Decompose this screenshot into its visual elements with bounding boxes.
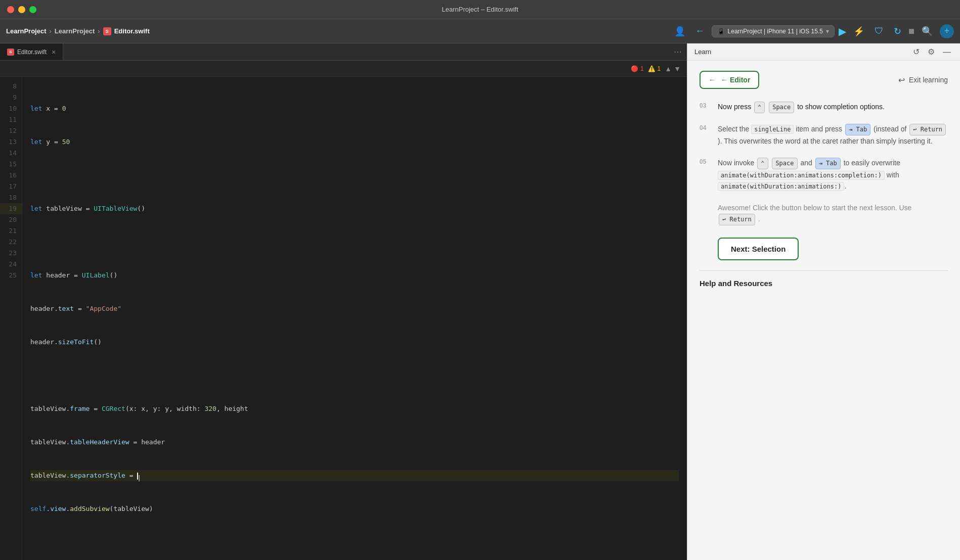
code-line-8: let x = 0 [30,103,679,114]
right-panel: Learn ↺ ⚙ — ← ← Editor ↩ Exit learning 0… [687,43,960,560]
toolbar: LearnProject › LearnProject › S Editor.s… [0,19,960,43]
step-num-05: 05 [700,157,710,165]
editor-pane: S Editor.swift × ⋯ 🔴 1 ⚠️ 1 ▲ ▼ 8 [0,43,687,560]
exit-icon: ↩ [898,75,905,85]
line-num-21: 21 [0,225,22,237]
step-04: 04 Select the singleLine item and press … [700,123,948,147]
close-button[interactable] [7,6,14,13]
awesome-main-text: Awesome! Click the button below to start… [718,204,911,212]
code-scroll[interactable]: 8 9 10 11 12 13 14 15 16 17 18 19 20 21 … [0,77,687,560]
scheme-selector[interactable]: 📱 LearnProject | iPhone 11 | iOS 15.5 ▾ [712,25,835,37]
step-text-03: Now press ⌃ Space to show completion opt… [718,101,948,113]
line-num-13: 13 [0,136,22,148]
fullscreen-button[interactable] [29,6,36,13]
code-header: 🔴 1 ⚠️ 1 ▲ ▼ [0,61,687,77]
main-area: S Editor.swift × ⋯ 🔴 1 ⚠️ 1 ▲ ▼ 8 [0,43,960,560]
line-num-8: 8 [0,81,22,92]
line-num-10: 10 [0,103,22,114]
tab-label: Editor.swift [17,49,47,56]
debug-button[interactable]: 🛡 [871,24,887,38]
awesome-suffix: . [758,215,760,223]
nav-down-icon[interactable]: ▼ [674,65,681,73]
exit-label: Exit learning [909,76,948,84]
space-key-badge: Space [769,102,794,113]
minimize-button[interactable] [18,6,25,13]
line-num-17: 17 [0,181,22,192]
line-num-9: 9 [0,92,22,103]
breadcrumb-subfolder[interactable]: LearnProject [55,27,95,35]
breadcrumb-project[interactable]: LearnProject [6,27,46,35]
learn-content: ← ← Editor ↩ Exit learning 03 Now press … [687,61,960,560]
tab-file-icon: S [7,49,14,56]
breadcrumb-file[interactable]: Editor.swift [114,27,150,35]
breadcrumb: LearnProject › LearnProject › S Editor.s… [6,27,150,35]
animate-long-code: animate(withDuration:animations:completi… [718,171,885,180]
account-button[interactable]: 👤 [671,24,688,39]
search-button[interactable]: 🔍 [919,24,936,39]
ctrl2-key-badge: ⌃ [757,158,768,169]
editor-tab[interactable]: S Editor.swift × [0,43,63,60]
scheme-label: LearnProject | iPhone 11 | iOS 15.5 [728,28,823,35]
line-num-11: 11 [0,114,22,125]
arrow-left-icon: ← [709,76,716,84]
step-03-text: Now press [718,103,751,111]
help-title: Help and Resources [700,279,948,288]
return-key-badge: ↩ Return [909,124,946,135]
step-text-05: Now invoke ⌃ Space and ⇥ Tab to easily o… [718,157,948,192]
line-num-20: 20 [0,214,22,225]
code-line-20: self.view.addSubview(tableView) [30,503,679,515]
learn-header: ← ← Editor ↩ Exit learning [700,71,948,89]
tab-menu-button[interactable]: ⋯ [669,43,687,60]
line-num-23: 23 [0,248,22,259]
stop-button[interactable]: ■ [908,25,914,37]
code-line-17: tableView.frame = CGRect(x: x, y: y, wid… [30,403,679,414]
code-line-12 [30,237,679,248]
code-line-14: header.text = "AppCode" [30,303,679,314]
breadcrumb-sep2: › [98,27,100,35]
add-button[interactable]: + [940,24,954,38]
refresh-button[interactable]: ↺ [911,46,922,58]
right-panel-title: Learn [694,48,907,56]
simulate-button[interactable]: ↻ [891,24,904,39]
code-line-21 [30,537,679,548]
line-num-19: 19 [0,203,22,214]
file-type-icon: S [103,27,111,35]
tab-bar: S Editor.swift × ⋯ [0,43,687,61]
window-title: LearnProject – Editor.swift [442,6,518,13]
run-button[interactable]: ▶ [839,25,846,37]
help-section: Help and Resources [700,270,948,288]
step-03: 03 Now press ⌃ Space to show completion … [700,101,948,113]
line-numbers: 8 9 10 11 12 13 14 15 16 17 18 19 20 21 … [0,77,22,560]
code-line-15: header.sizeToFit() [30,337,679,348]
code-content[interactable]: let x = 0 let y = 50 let tableView = UIT… [22,77,687,560]
next-button-container: Next: Selection [718,234,948,270]
title-bar: LearnProject – Editor.swift [0,0,960,19]
nav-arrows: ▲ ▼ [665,65,681,73]
next-button[interactable]: Next: Selection [718,238,799,260]
tab-close-button[interactable]: × [52,48,56,56]
line-num-18: 18 [0,192,22,203]
error-badge: 🔴 1 [631,65,644,72]
tab-key-badge: ⇥ Tab [845,124,870,135]
tab2-key-badge: ⇥ Tab [815,158,841,169]
editor-back-button[interactable]: ← ← Editor [700,71,759,89]
nav-up-icon[interactable]: ▲ [665,65,672,73]
code-line-13: let header = UILabel() [30,270,679,281]
code-line-10 [30,170,679,181]
back-button[interactable]: ← [692,24,708,38]
right-panel-header: Learn ↺ ⚙ — [687,43,960,61]
warning-icon: ⚠️ [648,65,656,72]
space2-key-badge: Space [772,158,797,169]
exit-learning-button[interactable]: ↩ Exit learning [898,75,948,85]
line-num-24: 24 [0,259,22,270]
profile-button[interactable]: ⚡ [850,24,867,39]
collapse-button[interactable]: — [941,46,953,58]
error-count: 1 [640,65,644,72]
settings-button[interactable]: ⚙ [926,46,937,58]
animate-short-code: animate(withDuration:animations:) [718,182,844,191]
step-text-04: Select the singleLine item and press ⇥ T… [718,123,948,147]
line-num-14: 14 [0,148,22,159]
step-num-04: 04 [700,123,710,131]
ctrl-key-badge: ⌃ [754,102,765,113]
code-line-9: let y = 50 [30,136,679,148]
